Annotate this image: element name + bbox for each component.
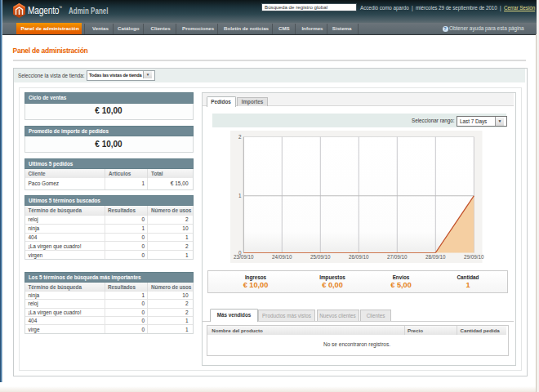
svg-text:26/09/10: 26/09/10 bbox=[349, 254, 369, 260]
svg-text:29/09/10: 29/09/10 bbox=[464, 254, 484, 260]
svg-text:23/09/10: 23/09/10 bbox=[234, 254, 254, 260]
svg-text:25/09/10: 25/09/10 bbox=[310, 254, 331, 260]
svg-text:27/09/10: 27/09/10 bbox=[387, 254, 408, 260]
svg-text:24/09/10: 24/09/10 bbox=[272, 254, 292, 260]
svg-text:1: 1 bbox=[238, 193, 242, 198]
svg-text:28/09/10: 28/09/10 bbox=[425, 254, 446, 260]
svg-text:2: 2 bbox=[238, 134, 242, 140]
